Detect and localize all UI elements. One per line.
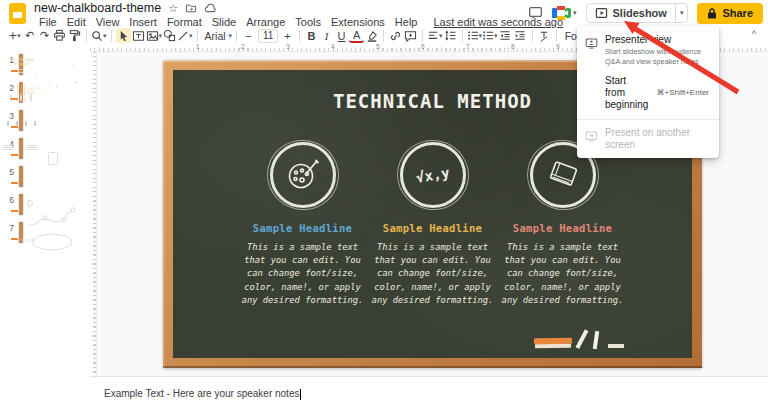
slide-thumbnail-3[interactable]: 3	[5, 110, 90, 132]
text-cursor	[300, 389, 301, 400]
insert-link-button[interactable]	[388, 28, 403, 43]
column-headline[interactable]: Sample Headline	[498, 222, 628, 234]
decrease-indent-button[interactable]	[498, 28, 513, 43]
slide-thumbnail-4[interactable]: 4	[5, 138, 90, 160]
insert-shape-button[interactable]	[162, 28, 177, 43]
column-body[interactable]: This is a sample text that you can edit.…	[240, 241, 366, 307]
chalk-stick-icon	[608, 344, 624, 348]
column-headline[interactable]: Sample Headline	[368, 222, 498, 234]
menu-help[interactable]: Help	[390, 16, 423, 28]
google-slides-window: new-chalkboard-theme ☆ File Edit View In…	[0, 0, 768, 406]
menu-slide[interactable]: Slide	[207, 16, 241, 28]
menu-format[interactable]: Format	[162, 16, 207, 28]
keyboard-shortcut: ⌘+Shift+Enter	[657, 88, 709, 97]
menu-view[interactable]: View	[91, 16, 125, 28]
slideshow-play-icon	[595, 7, 608, 19]
math-icon: √x,y	[400, 142, 466, 208]
menu-item-present-on-another-screen: Present on another screen	[577, 123, 719, 154]
comment-history-icon[interactable]	[528, 6, 543, 20]
column-body[interactable]: This is a sample text that you can edit.…	[370, 241, 496, 307]
menu-divider	[577, 119, 719, 120]
document-title[interactable]: new-chalkboard-theme	[34, 1, 161, 15]
slideshow-label: Slideshow	[613, 7, 667, 19]
slide-thumbnail-7[interactable]: 7 THANKS	[5, 222, 90, 244]
meet-call-button[interactable]: ▾	[552, 6, 577, 20]
bulleted-list-button[interactable]: ▾	[467, 28, 483, 43]
hide-menus-chevron[interactable]: ^	[752, 29, 756, 39]
slide-column-1[interactable]: Sample Headline This is a sample text th…	[238, 142, 368, 307]
menu-extensions[interactable]: Extensions	[326, 16, 390, 28]
move-folder-icon[interactable]	[185, 3, 197, 13]
eraser-icon	[534, 338, 572, 349]
select-tool-button[interactable]	[116, 28, 131, 43]
slideshow-button[interactable]: Slideshow ▾	[586, 3, 689, 23]
presenter-view-icon	[585, 34, 599, 53]
share-button[interactable]: Share	[697, 3, 763, 24]
menu-item-presenter-view[interactable]: Presenter view Start slideshow with audi…	[577, 30, 719, 70]
meet-caret-icon: ▾	[573, 9, 577, 17]
chalk-stick-icon	[576, 329, 588, 348]
align-button[interactable]: ▾	[427, 28, 443, 43]
slide-thumbnail-5[interactable]: 5	[5, 166, 90, 188]
slide-column-3[interactable]: Sample Headline This is a sample text th…	[498, 142, 628, 307]
insert-image-button[interactable]: ▾	[146, 28, 163, 43]
print-button[interactable]	[52, 28, 67, 43]
decrease-font-size-button[interactable]: −	[241, 28, 256, 43]
undo-button[interactable]: ↶	[22, 28, 37, 43]
chalk-tray	[534, 324, 644, 350]
share-label: Share	[722, 7, 753, 19]
redo-button[interactable]: ↷	[37, 28, 52, 43]
chalk-stick-icon	[593, 331, 599, 349]
underline-button[interactable]: U	[334, 28, 349, 43]
bold-button[interactable]: B	[304, 28, 319, 43]
font-family-select[interactable]: Arial▾	[202, 28, 233, 43]
palette-icon	[270, 142, 336, 208]
cloud-status-icon[interactable]	[204, 3, 217, 13]
new-slide-button[interactable]: +▾	[7, 28, 22, 43]
increase-font-size-button[interactable]: +	[280, 28, 295, 43]
present-screen-icon	[585, 127, 599, 146]
text-color-button[interactable]: A	[349, 28, 364, 43]
column-headline[interactable]: Sample Headline	[238, 222, 368, 234]
menu-bar: File Edit View Insert Format Slide Arran…	[34, 16, 568, 28]
menu-item-start-from-beginning[interactable]: Start from beginning ⌘+Shift+Enter	[577, 70, 719, 116]
zoom-button[interactable]: ▾	[91, 28, 107, 43]
slide-thumbnail-2-selected[interactable]: 2 TECHNICAL METHOD	[5, 82, 90, 104]
insert-line-button[interactable]: ▾	[177, 28, 193, 43]
highlight-color-button[interactable]	[364, 28, 379, 43]
menu-arrange[interactable]: Arrange	[241, 16, 290, 28]
slideshow-caret-button[interactable]: ▾	[675, 4, 688, 22]
column-body[interactable]: This is a sample text that you can edit.…	[500, 241, 626, 307]
text-box-button[interactable]	[131, 28, 146, 43]
menu-file[interactable]: File	[34, 16, 62, 28]
numbered-list-button[interactable]: ▾	[482, 28, 498, 43]
lock-icon	[707, 8, 717, 19]
slide-thumbnail-6[interactable]: 6	[5, 194, 90, 216]
paint-format-button[interactable]	[67, 28, 82, 43]
clear-formatting-button[interactable]	[537, 28, 552, 43]
slideshow-dropdown-menu: Presenter view Start slideshow with audi…	[577, 26, 719, 158]
slide-filmstrip: 1 CHALKBOARD THEME 2 TECHNICAL METHOD 3 …	[0, 52, 90, 406]
font-size-input[interactable]: 11	[258, 29, 278, 43]
speaker-notes-input[interactable]: Example Text - Here are your speaker not…	[90, 376, 768, 406]
menu-insert[interactable]: Insert	[124, 16, 162, 28]
line-spacing-button[interactable]	[443, 28, 458, 43]
italic-button[interactable]: I	[319, 28, 334, 43]
increase-indent-button[interactable]	[513, 28, 528, 43]
menu-edit[interactable]: Edit	[62, 16, 91, 28]
slides-logo-icon[interactable]	[9, 3, 26, 24]
slide-column-2[interactable]: √x,y Sample Headline This is a sample te…	[368, 142, 498, 307]
insert-comment-button[interactable]	[403, 28, 418, 43]
slide-thumbnail-1[interactable]: 1 CHALKBOARD THEME	[5, 54, 90, 76]
app-header: new-chalkboard-theme ☆ File Edit View In…	[0, 0, 768, 27]
vertical-ruler	[90, 52, 97, 376]
star-icon[interactable]: ☆	[168, 3, 178, 13]
menu-tools[interactable]: Tools	[290, 16, 326, 28]
